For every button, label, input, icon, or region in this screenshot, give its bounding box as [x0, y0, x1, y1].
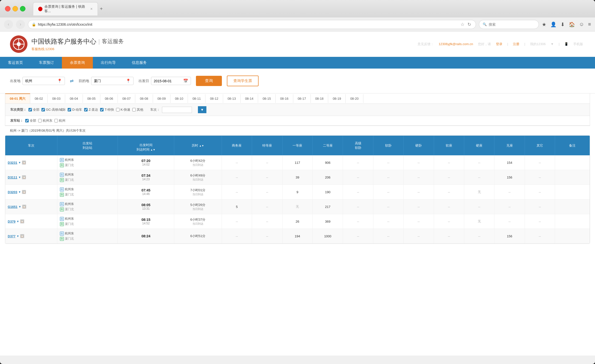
expand-filter-button[interactable]: ▼ [198, 106, 206, 113]
train-num-link[interactable]: D379 [8, 220, 15, 223]
date-input[interactable] [154, 79, 181, 83]
to-input-wrap[interactable]: 📍 [91, 77, 134, 85]
back-button[interactable]: ‹ [4, 20, 13, 29]
calendar-icon[interactable]: 📅 [183, 79, 188, 83]
date-tab-10[interactable]: 08-11 [188, 94, 205, 103]
student-query-button[interactable]: 查询学生票 [227, 76, 259, 86]
train-num-input[interactable] [162, 107, 192, 113]
date-tab-1[interactable]: 08-02 [30, 94, 48, 103]
date-tab-9[interactable]: 08-10 [170, 94, 188, 103]
date-tab-2[interactable]: 08-03 [48, 94, 65, 103]
nav-item-guide[interactable]: 出行向导 [93, 57, 124, 69]
train-num-link[interactable]: D377 [8, 234, 15, 238]
type-k-checkbox[interactable]: K-快速 [116, 107, 130, 112]
dropdown-icon[interactable]: ▼ [551, 42, 554, 46]
menu-icon[interactable]: ≡ [588, 21, 591, 27]
date-tab-8[interactable]: 08-09 [153, 94, 170, 103]
type-z-checkbox[interactable]: Z-直达 [84, 107, 98, 112]
yideng-cell: 117 [282, 155, 312, 170]
date-tab-13[interactable]: 08-14 [241, 94, 258, 103]
qita-value: -- [539, 176, 541, 179]
type-z-label: Z-直达 [89, 107, 98, 112]
date-tab-18[interactable]: 08-19 [328, 94, 346, 103]
new-tab-button[interactable]: + [100, 6, 103, 12]
date-tab-11[interactable]: 08-12 [205, 94, 223, 103]
date-tab-15[interactable]: 08-16 [276, 94, 293, 103]
star-icon[interactable]: ★ [542, 21, 546, 27]
expand-icon[interactable]: ▼ [16, 220, 19, 223]
ruwo-value: -- [387, 161, 390, 165]
emoji-icon[interactable]: ☺ [579, 21, 584, 27]
date-tab-17[interactable]: 08-18 [311, 94, 328, 103]
date-tab-3[interactable]: 08-04 [65, 94, 83, 103]
date-tab-6[interactable]: 08-07 [118, 94, 135, 103]
date-tab-4[interactable]: 08-05 [83, 94, 100, 103]
minimize-button[interactable] [12, 6, 18, 11]
browser-tab[interactable]: 余票查询 | 客运服务 | 铁路客... × [33, 2, 98, 15]
type-t-checkbox[interactable]: T-特快 [100, 107, 114, 112]
type-other-checkbox[interactable]: 其他 [132, 107, 143, 112]
type-d-checkbox[interactable]: D-动车 [68, 107, 82, 112]
shangwu-value: -- [236, 161, 238, 165]
to-input[interactable] [94, 79, 124, 83]
expand-icon[interactable]: ▼ [18, 190, 21, 193]
reload-icon[interactable]: ↻ [466, 22, 472, 27]
from-input[interactable] [25, 79, 55, 83]
swap-icon[interactable]: ⇌ [70, 78, 74, 84]
th-station: 出发站 到达站 [57, 136, 118, 155]
greeting-text: 您好，请 [478, 42, 491, 46]
download-icon[interactable]: ⬇ [561, 21, 565, 27]
type-gc-checkbox[interactable]: GC-高铁/城际 [41, 107, 66, 112]
url-bar[interactable]: 🔒 https://kyfw.12306.cn/otn/lcxxcx/init … [28, 20, 476, 29]
search-input[interactable] [489, 22, 526, 26]
date-tab-12[interactable]: 08-13 [223, 94, 241, 103]
type-all-checkbox[interactable]: 全部 [28, 107, 39, 112]
from-input-wrap[interactable]: 📍 [22, 77, 65, 85]
register-link[interactable]: 注册 [513, 42, 519, 46]
date-tab-5[interactable]: 08-06 [100, 94, 118, 103]
station-cell: 出 杭州东 到 厦门北 [57, 185, 118, 199]
th-duration[interactable]: 历时 ▲▼ [174, 136, 222, 155]
site-name: 中国铁路客户服务中心 [31, 37, 96, 46]
to-station: 厦门北 [65, 237, 74, 241]
expand-icon[interactable]: ▼ [18, 205, 21, 208]
user-icon[interactable]: 👤 [550, 21, 557, 27]
date-tab-14[interactable]: 08-15 [258, 94, 276, 103]
nav-item-home[interactable]: 客运首页 [0, 57, 31, 69]
expand-icon[interactable]: ▼ [18, 161, 21, 164]
bookmark-icon[interactable]: ☆ [459, 22, 465, 27]
query-button[interactable]: 查询 [196, 76, 222, 86]
train-num-link[interactable]: D3231 [8, 161, 17, 165]
date-tab-0[interactable]: 08-01 周六 [5, 93, 30, 103]
mobile-link[interactable]: 手机版 [573, 42, 583, 46]
erdeng-cell: 1000 [312, 229, 343, 244]
station-hangzhoudong-checkbox[interactable]: 杭州东 [38, 118, 52, 123]
feedback-email[interactable]: 12306yjfk@rails.com.cn [439, 42, 473, 46]
expand-icon[interactable]: ▼ [16, 235, 19, 238]
expand-icon[interactable]: ▼ [18, 176, 21, 179]
date-tab-19[interactable]: 08-20 [346, 94, 363, 103]
type-k-label: K-快速 [121, 107, 130, 112]
yideng-value: 117 [295, 161, 300, 165]
close-button[interactable] [5, 6, 10, 11]
date-tab-7[interactable]: 08-08 [135, 94, 153, 103]
train-num-link[interactable]: D3203 [8, 190, 17, 194]
date-tab-16[interactable]: 08-17 [293, 94, 311, 103]
header-links: 意见反馈： 12306yjfk@rails.com.cn 您好，请 登录 | 注… [416, 42, 585, 46]
train-num-link[interactable]: D3111 [8, 176, 17, 179]
station-hangzhou-checkbox[interactable]: 杭州 [54, 118, 65, 123]
home-icon[interactable]: 🏠 [569, 21, 575, 27]
date-wrap[interactable]: 📅 [151, 77, 191, 85]
nav-item-booking[interactable]: 车票预订 [31, 57, 62, 69]
station-all-checkbox[interactable]: 全部 [25, 118, 36, 123]
tab-close-button[interactable]: × [90, 7, 93, 11]
my-account-link[interactable]: 我的12306 [530, 42, 546, 46]
nav-item-info[interactable]: 信息服务 [124, 57, 155, 69]
search-box[interactable]: 🔍 [479, 20, 539, 29]
nav-item-availability[interactable]: 余票查询 [62, 57, 93, 69]
login-link[interactable]: 登录 [496, 42, 502, 46]
th-time[interactable]: 出发时间 到达时间 ▲▼ [118, 136, 174, 155]
shangwu-cell: -- [222, 185, 252, 199]
maximize-button[interactable] [20, 6, 25, 11]
train-num-link[interactable]: G1651 [8, 205, 17, 209]
